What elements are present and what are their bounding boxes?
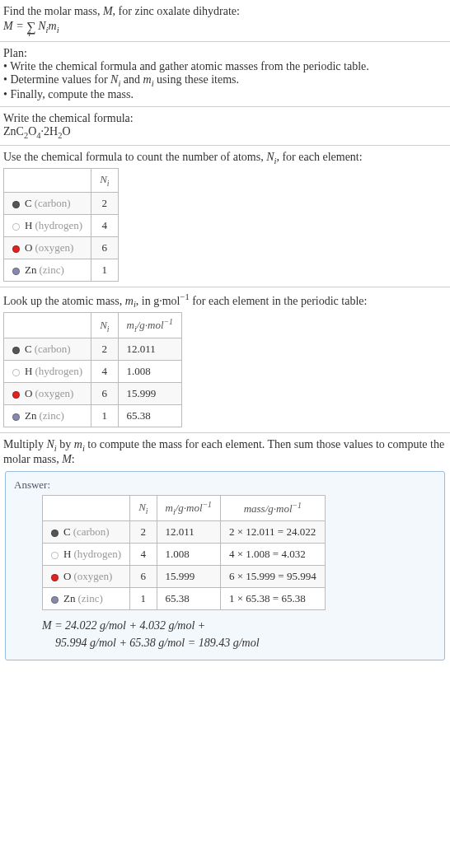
- intro-section: Find the molar mass, M, for zinc oxalate…: [0, 0, 450, 42]
- element-cell: Zn(zinc): [4, 405, 91, 427]
- element-dot-icon: [51, 574, 59, 581]
- table-row: C(carbon) 2 12.011: [4, 338, 182, 361]
- ni-cell: 2: [91, 193, 118, 215]
- table-row: O(oxygen) 6 15.999 6 × 15.999 = 95.994: [43, 566, 326, 588]
- empty-header: [4, 313, 91, 338]
- element-dot-icon: [51, 552, 59, 559]
- element-dot-icon: [12, 201, 20, 208]
- atomic-mass-title: Look up the atomic mass, mi, in g·mol−1 …: [3, 292, 447, 309]
- element-dot-icon: [51, 596, 59, 604]
- ni-cell: 6: [91, 383, 118, 405]
- table-row: O(oxygen) 6 15.999: [4, 383, 182, 405]
- plan-item: • Determine values for Ni and mi using t…: [3, 73, 447, 88]
- element-cell: C(carbon): [43, 521, 130, 544]
- table-row: Zn(zinc) 1 65.38 1 × 65.38 = 65.38: [43, 588, 326, 610]
- atomic-mass-section: Look up the atomic mass, mi, in g·mol−1 …: [0, 287, 450, 433]
- mi-cell: 1.008: [157, 544, 220, 566]
- ni-cell: 6: [91, 237, 118, 259]
- plan-title: Plan:: [3, 47, 447, 60]
- molar-mass-formula: M = ∑iNimi: [3, 18, 447, 36]
- element-cell: C(carbon): [4, 338, 91, 361]
- table-row: C(carbon) 2: [4, 193, 119, 215]
- element-cell: O(oxygen): [4, 237, 91, 259]
- answer-content: Ni mi/g·mol−1 mass/g·mol−1 C(carbon) 2 1…: [14, 495, 436, 651]
- mi-header: mi/g·mol−1: [118, 313, 181, 338]
- count-atoms-section: Use the chemical formula to count the nu…: [0, 146, 450, 287]
- element-cell: H(hydrogen): [4, 215, 91, 237]
- table-row: H(hydrogen) 4 1.008 4 × 1.008 = 4.032: [43, 544, 326, 566]
- answer-table: Ni mi/g·mol−1 mass/g·mol−1 C(carbon) 2 1…: [42, 495, 326, 610]
- mass-header: mass/g·mol−1: [221, 496, 326, 521]
- plan-item: • Write the chemical formula and gather …: [3, 60, 447, 73]
- ni-cell: 2: [130, 521, 157, 544]
- mi-cell: 12.011: [118, 338, 181, 361]
- mi-cell: 15.999: [118, 383, 181, 405]
- ni-cell: 4: [91, 361, 118, 383]
- table-row: H(hydrogen) 4: [4, 215, 119, 237]
- ni-cell: 4: [130, 544, 157, 566]
- final-equation-line1: M = 24.022 g/mol + 4.032 g/mol +: [42, 617, 436, 634]
- element-dot-icon: [12, 245, 20, 253]
- table-header-row: Ni: [4, 169, 119, 193]
- element-cell: H(hydrogen): [4, 361, 91, 383]
- ni-cell: 1: [130, 588, 157, 610]
- mi-header: mi/g·mol−1: [157, 496, 220, 521]
- mass-table: Ni mi/g·mol−1 C(carbon) 2 12.011 H(hydro…: [3, 312, 182, 427]
- mi-cell: 1.008: [118, 361, 181, 383]
- element-dot-icon: [12, 391, 20, 399]
- plan-section: Plan: • Write the chemical formula and g…: [0, 42, 450, 107]
- plan-item: • Finally, compute the mass.: [3, 88, 447, 101]
- table-row: C(carbon) 2 12.011 2 × 12.011 = 24.022: [43, 521, 326, 544]
- table-row: Zn(zinc) 1: [4, 259, 119, 282]
- table-header-row: Ni mi/g·mol−1: [4, 313, 182, 338]
- ni-cell: 1: [91, 405, 118, 427]
- multiply-section: Multiply Ni by mi to compute the mass fo…: [0, 433, 450, 669]
- element-cell: H(hydrogen): [43, 544, 130, 566]
- mass-cell: 2 × 12.011 = 24.022: [221, 521, 326, 544]
- empty-header: [43, 496, 130, 521]
- element-dot-icon: [12, 223, 20, 231]
- table-row: H(hydrogen) 4 1.008: [4, 361, 182, 383]
- answer-title: Answer:: [14, 478, 436, 492]
- element-cell: O(oxygen): [43, 566, 130, 588]
- ni-header: Ni: [130, 496, 157, 521]
- element-dot-icon: [12, 413, 20, 421]
- mass-cell: 1 × 65.38 = 65.38: [221, 588, 326, 610]
- element-cell: O(oxygen): [4, 383, 91, 405]
- chemical-formula-section: Write the chemical formula: ZnC2O4·2H2O: [0, 107, 450, 146]
- count-table: Ni C(carbon) 2 H(hydrogen) 4 O(oxygen) 6…: [3, 168, 119, 282]
- element-dot-icon: [12, 347, 20, 354]
- element-cell: Zn(zinc): [4, 259, 91, 282]
- element-dot-icon: [12, 268, 20, 275]
- element-dot-icon: [12, 369, 20, 376]
- intro-text: Find the molar mass, M, for zinc oxalate…: [3, 5, 447, 18]
- table-header-row: Ni mi/g·mol−1 mass/g·mol−1: [43, 496, 326, 521]
- ni-cell: 2: [91, 338, 118, 361]
- mi-cell: 12.011: [157, 521, 220, 544]
- ni-header: Ni: [91, 313, 118, 338]
- multiply-text: Multiply Ni by mi to compute the mass fo…: [3, 438, 447, 466]
- ni-cell: 6: [130, 566, 157, 588]
- answer-box: Answer: Ni mi/g·mol−1 mass/g·mol−1 C(car…: [5, 471, 445, 660]
- ni-header: Ni: [91, 169, 118, 193]
- count-atoms-title: Use the chemical formula to count the nu…: [3, 151, 447, 166]
- final-equation-line2: 95.994 g/mol + 65.38 g/mol = 189.43 g/mo…: [42, 634, 436, 651]
- table-row: Zn(zinc) 1 65.38: [4, 405, 182, 427]
- element-cell: C(carbon): [4, 193, 91, 215]
- mass-cell: 4 × 1.008 = 4.032: [221, 544, 326, 566]
- chemical-formula: ZnC2O4·2H2O: [3, 125, 447, 140]
- mi-cell: 65.38: [157, 588, 220, 610]
- empty-header: [4, 169, 91, 193]
- table-row: O(oxygen) 6: [4, 237, 119, 259]
- mass-cell: 6 × 15.999 = 95.994: [221, 566, 326, 588]
- ni-cell: 4: [91, 215, 118, 237]
- chemical-formula-title: Write the chemical formula:: [3, 112, 447, 125]
- element-cell: Zn(zinc): [43, 588, 130, 610]
- mi-cell: 15.999: [157, 566, 220, 588]
- element-dot-icon: [51, 530, 59, 537]
- ni-cell: 1: [91, 259, 118, 282]
- mi-cell: 65.38: [118, 405, 181, 427]
